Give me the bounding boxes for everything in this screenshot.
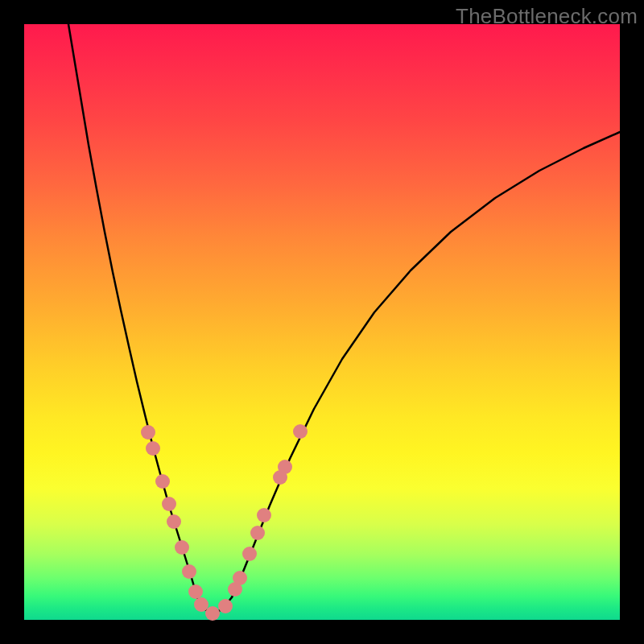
plot-area (24, 24, 620, 620)
dot-R3 (242, 547, 257, 561)
dot-R8 (293, 424, 308, 439)
curve-right-curve (232, 132, 620, 597)
dot-R2 (233, 571, 247, 585)
dot-R4 (250, 526, 265, 540)
dot-L4 (162, 497, 176, 511)
dot-B2 (205, 606, 220, 621)
dot-L5 (167, 514, 181, 529)
curve-left-curve (68, 24, 197, 597)
dot-L6 (175, 540, 189, 555)
dot-L7 (182, 564, 196, 579)
chart-svg (24, 24, 620, 620)
dot-L1 (141, 425, 155, 440)
dot-B1 (194, 597, 208, 612)
outer-frame: TheBottleneck.com (0, 0, 644, 644)
dot-R5 (257, 508, 271, 522)
dot-B3 (218, 599, 233, 613)
line-group (68, 24, 620, 613)
dot-L3 (155, 474, 170, 489)
dot-L2 (146, 441, 160, 456)
dot-group (141, 424, 308, 621)
dot-R7 (278, 460, 292, 474)
dot-L8 (188, 584, 203, 599)
